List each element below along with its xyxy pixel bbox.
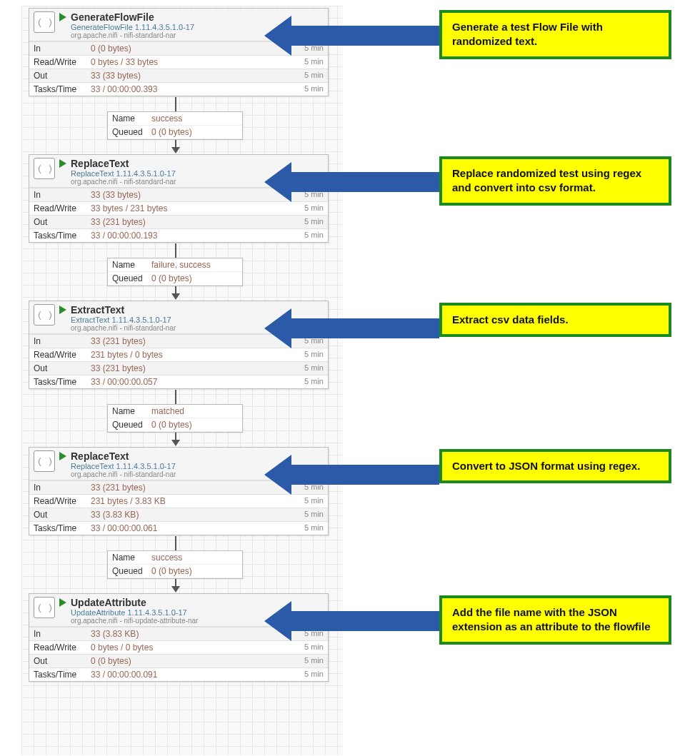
callout-box: Generate a test Flow File with randomize… (439, 10, 671, 59)
callout-arrow-icon (264, 601, 439, 641)
flow-line (175, 243, 176, 259)
processor-icon (34, 597, 55, 618)
flow-arrow-icon (171, 293, 180, 300)
run-status-icon (59, 452, 66, 460)
connection-matched[interactable]: Namematched Queued0 (0 bytes) (107, 404, 243, 433)
callout-box: Convert to JSON format using regex. (439, 449, 671, 483)
processor-icon (34, 11, 55, 33)
processor-icon (34, 158, 55, 179)
callout-arrow-icon (264, 455, 439, 495)
flow-arrow-icon (171, 440, 180, 446)
run-status-icon (59, 159, 66, 168)
callout-box: Replace randomized test using regex and … (439, 156, 671, 206)
processor-icon (34, 304, 55, 326)
processor-icon (34, 450, 55, 472)
flow-line (175, 97, 176, 113)
flow-arrow-icon (171, 147, 180, 153)
connection-success[interactable]: Namesuccess Queued0 (0 bytes) (107, 111, 243, 140)
nifi-canvas[interactable]: GenerateFlowFile GenerateFlowFile 1.11.4… (21, 6, 343, 755)
flow-line (175, 536, 176, 552)
run-status-icon (59, 306, 66, 314)
run-status-icon (59, 598, 66, 607)
callout-arrow-icon (264, 308, 439, 348)
callout-box: Extract csv data fields. (439, 303, 671, 337)
flow-arrow-icon (171, 586, 180, 593)
callout-arrow-icon (264, 162, 439, 202)
connection-failure-success[interactable]: Namefailure, success Queued0 (0 bytes) (107, 258, 243, 286)
flow-line (175, 390, 176, 405)
connection-success-2[interactable]: Namesuccess Queued0 (0 bytes) (107, 550, 243, 579)
callout-box: Add the file name with the JSON extensio… (439, 595, 671, 645)
run-status-icon (59, 13, 66, 21)
callout-arrow-icon (264, 16, 439, 56)
